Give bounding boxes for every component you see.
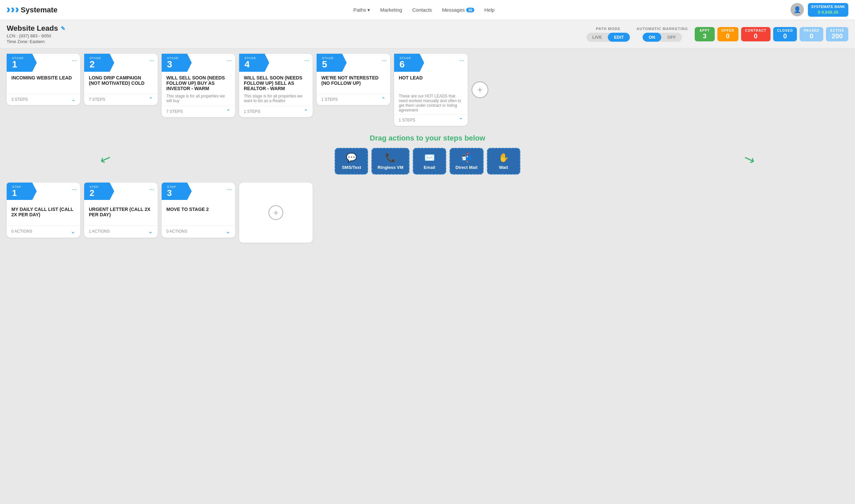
step-footer: 0 ACTIONS ⌄ <box>7 225 80 235</box>
avatar[interactable]: 👤 <box>790 3 804 16</box>
stage-chevron-icon[interactable]: ⌃ <box>149 96 153 103</box>
path-mode-live-btn[interactable]: LIVE <box>587 33 608 42</box>
stage-chevron-icon[interactable]: ⌃ <box>226 108 230 114</box>
stage-steps-count: 3 STEPS <box>11 97 28 102</box>
step-footer: 0 ACTIONS ⌄ <box>162 225 235 235</box>
stage-footer: 7 STEPS ⌃ <box>162 106 235 114</box>
badge-active: ACTIVE 200 <box>826 27 848 41</box>
stage-chevron-icon[interactable]: ⌃ <box>458 117 463 123</box>
step-card-1: STEP 1 ··· MY DAILY CALL LIST (CALL 2X P… <box>7 183 80 238</box>
nav-paths[interactable]: Paths ▾ <box>353 7 370 13</box>
edit-title-icon[interactable]: ✎ <box>61 25 65 32</box>
drag-action-direct-mail[interactable]: 📬Direct Mail <box>450 148 484 175</box>
step-card-3: STEP 3 ··· MOVE TO STAGE 2 0 ACTIONS ⌄ <box>162 183 235 238</box>
auto-marketing-section: AUTOMATIC MARKETING ON OFF <box>636 27 688 42</box>
steps-row: STEP 1 ··· MY DAILY CALL LIST (CALL 2X P… <box>7 183 848 242</box>
wait-icon: ✋ <box>498 152 509 163</box>
stage-header: STAGE 1 <box>7 54 80 72</box>
badge-appt: APPT 3 <box>695 27 715 41</box>
stage-menu-btn[interactable]: ··· <box>304 57 309 64</box>
stage-title: LONG DRIP CAMPAIGN (NOT MOTIVATED) COLD <box>84 75 158 92</box>
stage-header: STAGE 5 <box>317 54 390 72</box>
stage-card-4: STAGE 4 ··· WILL SELL SOON (NEEDS FOLLOW… <box>239 54 313 117</box>
stage-title: INCOMING WEBSITE LEAD <box>7 75 80 92</box>
path-mode-section: PATH MODE LIVE EDIT <box>587 27 630 42</box>
messages-badge: 30 <box>466 8 474 12</box>
stage-chevron-icon[interactable]: ⌃ <box>381 96 385 103</box>
ringless-vm-icon: 📞 <box>385 152 396 163</box>
stage-card-5: STAGE 5 ··· WE'RE NOT INTERESTED (NO FOL… <box>317 54 390 105</box>
app-logo: Systemate <box>7 6 57 14</box>
timezone-text: Time Zone: Eastern <box>7 39 580 44</box>
stage-arrow: STAGE 1 <box>7 54 37 72</box>
stage-menu-btn[interactable]: ··· <box>459 57 464 64</box>
nav-contacts[interactable]: Contacts <box>412 7 432 13</box>
nav-help[interactable]: Help <box>484 7 495 13</box>
drag-action-sms/text[interactable]: 💬SMS/Text <box>335 148 368 175</box>
stage-card-2: STAGE 2 ··· LONG DRIP CAMPAIGN (NOT MOTI… <box>84 54 158 105</box>
bank-label: SYSTEMATE BANK <box>811 4 845 10</box>
stage-header: STAGE 4 <box>239 54 313 72</box>
step-title: MY DAILY CALL LIST (CALL 2X PER DAY) <box>7 203 80 223</box>
stage-arrow: STAGE 2 <box>84 54 114 72</box>
step-actions-count: 0 ACTIONS <box>11 229 32 234</box>
sms/text-icon: 💬 <box>346 152 357 163</box>
stage-header: STAGE 6 <box>394 54 468 72</box>
stage-footer: 3 STEPS ⌄ <box>7 94 80 103</box>
stage-steps-count: 7 STEPS <box>166 109 183 114</box>
steps-section: STEP 1 ··· MY DAILY CALL LIST (CALL 2X P… <box>0 180 855 249</box>
auto-on-btn[interactable]: ON <box>643 33 661 42</box>
step-arrow: STEP 2 <box>84 183 114 200</box>
bank-box: SYSTEMATE BANK $ 9,948.26 <box>808 3 848 17</box>
stage-menu-btn[interactable]: ··· <box>72 57 77 64</box>
stages-container: STAGE 1 ··· INCOMING WEBSITE LEAD 3 STEP… <box>0 49 855 128</box>
stage-arrow: STAGE 4 <box>239 54 269 72</box>
auto-off-btn[interactable]: OFF <box>661 33 682 42</box>
path-mode-edit-btn[interactable]: EDIT <box>608 33 630 42</box>
drag-action-wait[interactable]: ✋Wait <box>487 148 520 175</box>
stage-steps-count: 1 STEPS <box>244 109 260 114</box>
email-icon: ✉️ <box>424 152 435 163</box>
app-header: Systemate Paths ▾ Marketing Contacts Mes… <box>0 0 855 20</box>
step-header: STEP 3 <box>162 183 235 200</box>
stage-title: WILL SELL SOON (NEEDS FOLLOW UP) SELL AS… <box>239 75 313 92</box>
step-arrow: STEP 3 <box>162 183 192 200</box>
drag-section: Drag actions to your steps below ↙ 💬SMS/… <box>0 128 855 180</box>
step-menu-btn[interactable]: ··· <box>149 186 154 193</box>
header-right: 👤 SYSTEMATE BANK $ 9,948.26 <box>790 3 848 17</box>
subheader: Website Leads ✎ LCN : (937) 883 - 6050 T… <box>0 20 855 49</box>
auto-marketing-toggle: ON OFF <box>643 33 682 42</box>
step-chevron-icon[interactable]: ⌄ <box>70 228 75 235</box>
add-step-card[interactable]: + <box>239 183 313 242</box>
stage-header: STAGE 3 <box>162 54 235 72</box>
stage-menu-btn[interactable]: ··· <box>382 57 387 64</box>
stage-footer: 1 STEPS ⌃ <box>394 114 468 123</box>
lcn-text: LCN : (937) 883 - 6050 <box>7 33 580 38</box>
drag-action-email[interactable]: ✉️Email <box>413 148 446 175</box>
chevron-down-icon: ▾ <box>367 7 370 13</box>
drag-arrow-right-icon: ↘ <box>741 150 757 168</box>
stage-card-1: STAGE 1 ··· INCOMING WEBSITE LEAD 3 STEP… <box>7 54 80 105</box>
main-nav: Paths ▾ Marketing Contacts Messages 30 H… <box>64 7 784 13</box>
stage-menu-btn[interactable]: ··· <box>227 57 232 64</box>
step-chevron-icon[interactable]: ⌄ <box>148 228 153 235</box>
drag-actions-row: ↙ 💬SMS/Text📞Ringless VM✉️Email📬Direct Ma… <box>7 148 848 175</box>
nav-marketing[interactable]: Marketing <box>380 7 402 13</box>
add-stage-button[interactable]: + <box>472 82 488 98</box>
logo-text: Systemate <box>21 6 57 14</box>
stage-header: STAGE 2 <box>84 54 158 72</box>
nav-messages[interactable]: Messages 30 <box>442 7 474 13</box>
bank-amount: $ 9,948.26 <box>811 10 845 15</box>
step-menu-btn[interactable]: ··· <box>72 186 77 193</box>
step-chevron-icon[interactable]: ⌄ <box>225 228 230 235</box>
stage-arrow: STAGE 3 <box>162 54 192 72</box>
stage-steps-count: 1 STEPS <box>321 97 338 102</box>
stage-menu-btn[interactable]: ··· <box>149 57 154 64</box>
stage-title: WE'RE NOT INTERESTED (NO FOLLOW UP) <box>317 75 390 92</box>
step-title: MOVE TO STAGE 2 <box>162 203 235 223</box>
drag-action-ringless-vm[interactable]: 📞Ringless VM <box>371 148 409 175</box>
stage-chevron-icon[interactable]: ⌄ <box>71 96 75 103</box>
step-menu-btn[interactable]: ··· <box>227 186 232 193</box>
page-title-row: Website Leads ✎ <box>7 24 580 33</box>
stage-chevron-icon[interactable]: ⌃ <box>303 108 308 114</box>
